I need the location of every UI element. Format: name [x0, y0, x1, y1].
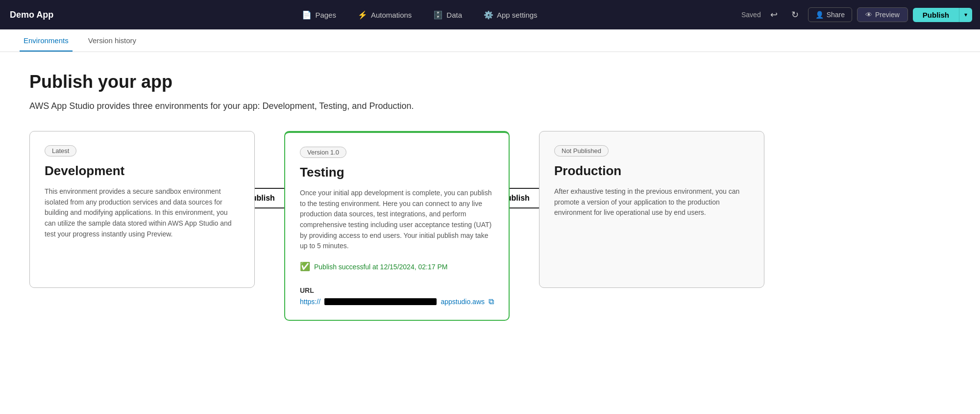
publish-dropdown-button[interactable]: ▾ [959, 8, 972, 22]
testing-badge: Version 1.0 [300, 147, 346, 158]
nav-item-data[interactable]: 🗄️ Data [424, 6, 471, 24]
url-label: URL [300, 286, 494, 294]
topnav-right: Saved ↩ ↻ 👤 Share 👁 Preview Publish ▾ [741, 6, 980, 24]
success-text: Publish successful at 12/15/2024, 02:17 … [314, 263, 447, 271]
tabs-bar: Environments Version history [0, 29, 980, 52]
nav-label-pages: Pages [315, 11, 336, 19]
nav-item-pages[interactable]: 📄 Pages [293, 6, 345, 24]
env-card-testing: Version 1.0 Testing Once your initial ap… [284, 131, 510, 321]
dev-name: Development [45, 163, 240, 179]
url-row: https:// appstudio.aws ⧉ [300, 297, 494, 306]
url-section: URL https:// appstudio.aws ⧉ [300, 286, 494, 306]
env-card-production: Not Published Production After exhaustiv… [539, 131, 764, 288]
publish-btn-group: Publish ▾ [913, 8, 972, 22]
testing-name: Testing [300, 165, 494, 180]
dev-badge: Latest [45, 145, 76, 156]
environments-row: Latest Development This environment prov… [29, 131, 755, 321]
undo-button[interactable]: ↩ [766, 6, 782, 24]
publish-main-button[interactable]: Publish [913, 8, 959, 22]
share-icon: 👤 [815, 11, 824, 19]
nav-center: 📄 Pages ⚡ Automations 🗄️ Data ⚙️ App set… [98, 6, 741, 24]
arrow-dev-to-testing: Publish → [255, 131, 284, 208]
nav-label-app-settings: App settings [497, 11, 538, 19]
tab-environments[interactable]: Environments [20, 29, 73, 52]
preview-button[interactable]: 👁 Preview [857, 7, 908, 22]
testing-desc: Once your initial app development is com… [300, 188, 494, 252]
arrow-testing-to-prod: Publish → [510, 131, 539, 208]
share-button[interactable]: 👤 Share [808, 7, 852, 22]
nav-label-automations: Automations [371, 11, 412, 19]
redo-button[interactable]: ↻ [787, 6, 803, 24]
success-check-icon: ✅ [300, 261, 310, 272]
preview-label: Preview [875, 11, 900, 19]
copy-url-icon[interactable]: ⧉ [489, 297, 494, 306]
page-subtitle: AWS App Studio provides three environmen… [29, 101, 755, 111]
url-suffix: appstudio.aws [441, 298, 485, 306]
pages-icon: 📄 [302, 10, 312, 20]
dev-desc: This environment provides a secure sandb… [45, 186, 240, 239]
data-icon: 🗄️ [433, 10, 443, 20]
prod-desc: After exhaustive testing in the previous… [554, 186, 749, 218]
share-label: Share [827, 11, 845, 19]
settings-icon: ⚙️ [484, 10, 493, 20]
topnav: Demo App 📄 Pages ⚡ Automations 🗄️ Data ⚙… [0, 0, 980, 29]
url-redacted [324, 298, 437, 305]
preview-icon: 👁 [865, 11, 872, 19]
env-card-development: Latest Development This environment prov… [29, 131, 255, 288]
nav-item-automations[interactable]: ⚡ Automations [349, 6, 420, 24]
app-brand: Demo App [10, 10, 98, 20]
page-title: Publish your app [29, 72, 755, 92]
tab-version-history[interactable]: Version history [84, 29, 140, 52]
prod-badge: Not Published [554, 145, 609, 156]
saved-status: Saved [741, 11, 761, 19]
nav-item-app-settings[interactable]: ⚙️ App settings [475, 6, 546, 24]
prod-name: Production [554, 163, 749, 179]
automations-icon: ⚡ [358, 10, 368, 20]
url-prefix: https:// [300, 298, 320, 306]
main-content: Publish your app AWS App Studio provides… [0, 52, 784, 350]
nav-label-data: Data [446, 11, 462, 19]
publish-success-status: ✅ Publish successful at 12/15/2024, 02:1… [300, 261, 494, 272]
